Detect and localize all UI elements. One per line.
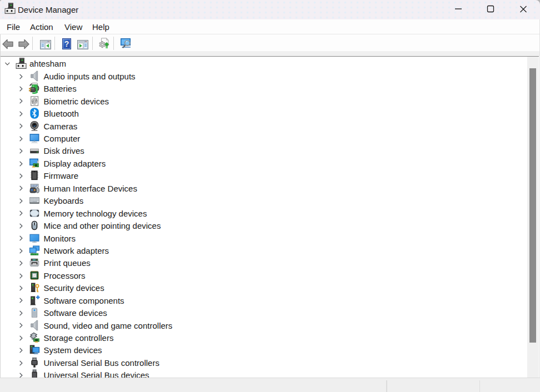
svg-text:?: ? xyxy=(64,39,69,48)
